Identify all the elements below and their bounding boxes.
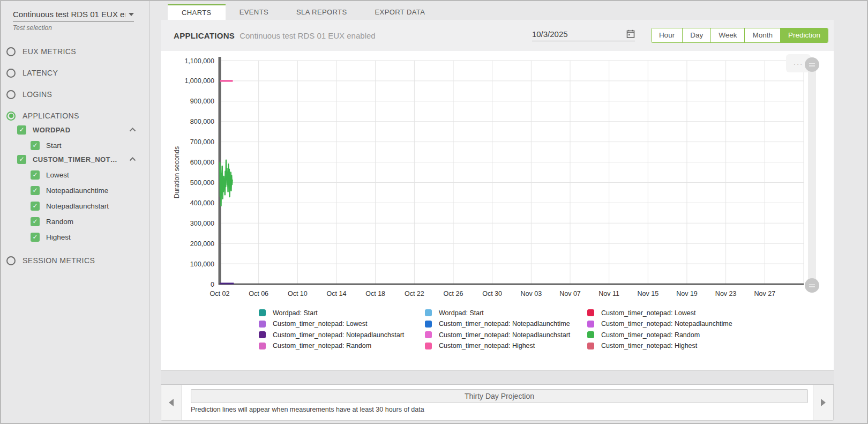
legend-label: Custom_timer_notepad: Notepadlaunchstart bbox=[439, 331, 570, 339]
checkbox-checked-icon: ✓ bbox=[31, 202, 40, 211]
svg-text:Nov 03: Nov 03 bbox=[521, 290, 542, 297]
svg-text:Nov 19: Nov 19 bbox=[676, 290, 698, 297]
svg-text:Nov 11: Nov 11 bbox=[598, 290, 619, 297]
prediction-button[interactable]: Prediction bbox=[780, 28, 828, 42]
chevron-down-icon bbox=[129, 13, 134, 16]
legend-label: Wordpad: Start bbox=[439, 309, 484, 317]
checkbox-checked-icon: ✓ bbox=[31, 217, 40, 226]
legend-item[interactable]: Custom_timer_notepad: Lowest bbox=[587, 309, 732, 317]
legend-item[interactable]: Custom_timer_notepad: Notepadlaunchtime bbox=[587, 321, 732, 328]
svg-text:Nov 23: Nov 23 bbox=[715, 290, 737, 297]
checkbox-checked-icon: ✓ bbox=[31, 233, 40, 242]
legend-item[interactable]: Custom_timer_notepad: Random bbox=[259, 343, 404, 350]
legend-item[interactable]: Wordpad: Start bbox=[425, 309, 570, 317]
legend-label: Custom_timer_notepad: Lowest bbox=[273, 320, 367, 328]
svg-text:900,000: 900,000 bbox=[190, 98, 214, 105]
legend-item[interactable]: Custom_timer_notepad: Notepadlaunchtime bbox=[425, 321, 570, 328]
scroll-right-button[interactable] bbox=[813, 385, 833, 420]
svg-text:400,000: 400,000 bbox=[190, 199, 214, 207]
sidebar-item-notepadlaunchtime[interactable]: ✓ Notepadlaunchtime bbox=[31, 185, 149, 196]
arrow-right-icon bbox=[821, 399, 826, 406]
legend-item[interactable]: Custom_timer_notepad: Notepadlaunchstart bbox=[425, 331, 570, 339]
svg-text:Nov 07: Nov 07 bbox=[559, 290, 581, 297]
legend-label: Custom_timer_notepad: Lowest bbox=[601, 309, 695, 317]
sidebar-item-start[interactable]: ✓ Start bbox=[31, 140, 149, 151]
date-value: 10/3/2025 bbox=[532, 29, 626, 39]
sidebar-item-latency[interactable]: LATENCY bbox=[6, 68, 149, 78]
sidebar-item-highest[interactable]: ✓ Highest bbox=[31, 232, 149, 242]
scroll-left-button[interactable] bbox=[161, 385, 182, 420]
chevron-up-icon[interactable] bbox=[129, 157, 136, 161]
thirty-day-projection-header[interactable]: Thirty Day Projection bbox=[191, 389, 808, 403]
applications-chart: 0100,000200,000300,000400,000500,000600,… bbox=[161, 51, 834, 303]
week-button[interactable]: Week bbox=[710, 28, 744, 42]
day-button[interactable]: Day bbox=[682, 28, 710, 42]
tab-charts[interactable]: CHARTS bbox=[168, 4, 226, 20]
chart-zoom-slider[interactable] bbox=[808, 57, 816, 289]
test-selection-dropdown[interactable]: Continuous test RDS 01 EUX ena… bbox=[13, 10, 134, 22]
tab-events[interactable]: EVENTS bbox=[226, 4, 282, 20]
legend-item[interactable]: Custom_timer_notepad: Highest bbox=[587, 343, 732, 350]
legend-item[interactable]: Custom_timer_notepad: Random bbox=[587, 331, 732, 339]
month-button[interactable]: Month bbox=[744, 28, 780, 42]
sidebar-group-custom-timer-notepad[interactable]: ✓ CUSTOM_TIMER_NOT… bbox=[17, 154, 136, 165]
chart-card: 0100,000200,000300,000400,000500,000600,… bbox=[161, 51, 834, 370]
radio-icon bbox=[6, 90, 16, 99]
sidebar-item-applications[interactable]: APPLICATIONS bbox=[6, 110, 149, 121]
svg-text:0: 0 bbox=[211, 281, 214, 288]
svg-text:700,000: 700,000 bbox=[190, 138, 214, 146]
svg-text:500,000: 500,000 bbox=[190, 179, 214, 187]
slider-handle-bottom[interactable] bbox=[805, 278, 819, 293]
tab-export-data[interactable]: EXPORT DATA bbox=[361, 4, 439, 20]
sidebar-item-lowest[interactable]: ✓ Lowest bbox=[31, 169, 149, 180]
sidebar-group-wordpad[interactable]: ✓ WORDPAD bbox=[17, 124, 136, 135]
legend-label: Custom_timer_notepad: Notepadlaunchtime bbox=[439, 320, 570, 328]
checkbox-checked-icon: ✓ bbox=[17, 125, 26, 135]
svg-text:1,000,000: 1,000,000 bbox=[184, 77, 214, 85]
legend-swatch bbox=[425, 321, 432, 328]
checkbox-checked-icon: ✓ bbox=[31, 186, 40, 195]
legend-swatch bbox=[425, 331, 432, 338]
sidebar-item-session-metrics[interactable]: SESSION METRICS bbox=[6, 255, 149, 266]
legend-column: Wordpad: StartCustom_timer_notepad: Lowe… bbox=[259, 309, 404, 353]
legend-item[interactable]: Custom_timer_notepad: Notepadlaunchstart bbox=[259, 331, 404, 339]
sidebar-item-eux-metrics[interactable]: EUX METRICS bbox=[6, 46, 149, 57]
panel-divider bbox=[161, 370, 834, 385]
test-selection-value: Continuous test RDS 01 EUX ena… bbox=[13, 10, 125, 19]
svg-text:Oct 22: Oct 22 bbox=[405, 290, 424, 297]
legend-label: Wordpad: Start bbox=[273, 309, 318, 317]
slider-handle-top[interactable] bbox=[805, 57, 819, 72]
arrow-left-icon bbox=[169, 399, 174, 406]
date-input[interactable]: 10/3/2025 bbox=[532, 29, 635, 41]
svg-text:200,000: 200,000 bbox=[190, 240, 214, 248]
svg-text:1,100,000: 1,100,000 bbox=[184, 57, 214, 65]
radio-icon bbox=[6, 256, 16, 265]
legend-label: Custom_timer_notepad: Highest bbox=[439, 342, 535, 349]
legend-swatch bbox=[587, 343, 594, 349]
sidebar-item-notepadlaunchstart[interactable]: ✓ Notepadlaunchstart bbox=[31, 200, 149, 211]
legend-label: Custom_timer_notepad: Notepadlaunchtime bbox=[601, 320, 732, 328]
sidebar-item-random[interactable]: ✓ Random bbox=[31, 216, 149, 227]
hour-button[interactable]: Hour bbox=[652, 28, 682, 42]
legend-swatch bbox=[587, 321, 594, 328]
svg-text:Oct 14: Oct 14 bbox=[327, 290, 347, 297]
prediction-note: Prediction lines will appear when measur… bbox=[191, 406, 808, 413]
checkbox-checked-icon: ✓ bbox=[17, 155, 26, 164]
sidebar-item-logins[interactable]: LOGINS bbox=[6, 89, 149, 100]
legend-swatch bbox=[425, 309, 432, 316]
legend-swatch bbox=[587, 309, 594, 316]
chevron-up-icon[interactable] bbox=[129, 128, 136, 132]
svg-text:800,000: 800,000 bbox=[190, 118, 214, 125]
tab-sla-reports[interactable]: SLA REPORTS bbox=[282, 4, 361, 20]
svg-text:100,000: 100,000 bbox=[190, 261, 214, 268]
legend-item[interactable]: Custom_timer_notepad: Highest bbox=[425, 343, 570, 350]
legend-swatch bbox=[587, 331, 594, 338]
legend-item[interactable]: Custom_timer_notepad: Lowest bbox=[259, 321, 404, 328]
svg-text:Nov 15: Nov 15 bbox=[638, 290, 659, 297]
calendar-icon[interactable] bbox=[626, 29, 635, 39]
legend-item[interactable]: Wordpad: Start bbox=[259, 309, 404, 317]
svg-text:Oct 30: Oct 30 bbox=[482, 290, 502, 297]
legend-label: Custom_timer_notepad: Random bbox=[273, 342, 371, 349]
legend-label: Custom_timer_notepad: Random bbox=[601, 331, 700, 339]
legend-swatch bbox=[259, 309, 266, 316]
